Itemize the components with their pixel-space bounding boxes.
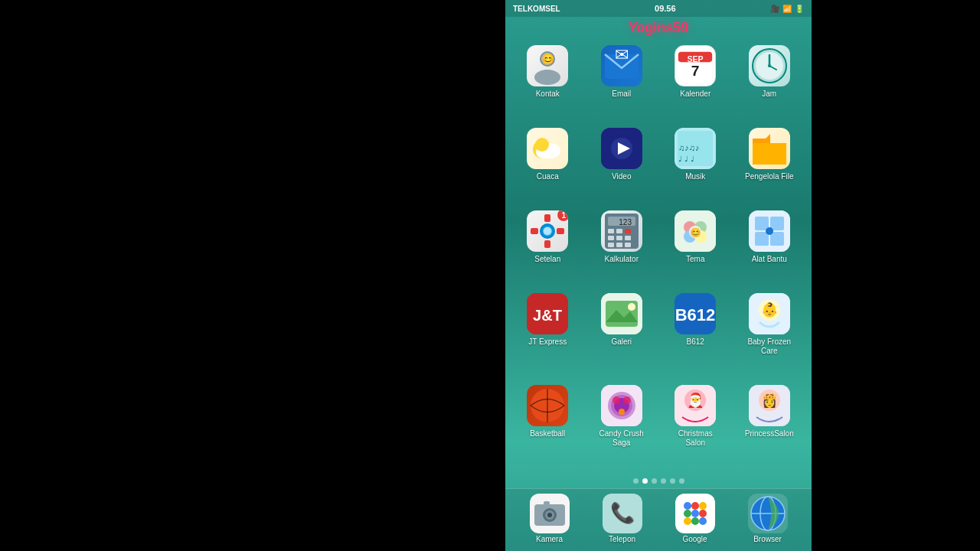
basketball-icon (527, 385, 568, 426)
tema-icon-wrap: 😊 (675, 210, 716, 252)
svg-rect-95 (544, 501, 550, 505)
cuaca-icon-wrap (527, 128, 568, 169)
candy-icon-wrap (601, 385, 642, 426)
jt-icon: J&T (527, 293, 568, 334)
app-galeri[interactable]: Galeri (586, 289, 658, 379)
svg-rect-44 (608, 236, 614, 240)
jam-icon (749, 45, 790, 86)
dock-browser[interactable]: Browser (748, 494, 788, 543)
kalender-icon-wrap: SEP 7 (675, 45, 716, 86)
app-email[interactable]: ✉ Email (586, 41, 658, 122)
telepon-dock-icon: 📞 (603, 494, 642, 533)
baby-label: Baby Frozen Care (743, 337, 796, 356)
svg-rect-43 (625, 229, 631, 233)
app-tema[interactable]: 😊 Tema (659, 206, 732, 287)
basketball-label: Basketball (530, 429, 565, 439)
app-video[interactable]: Video (586, 123, 658, 204)
video-icon-wrap (601, 128, 642, 169)
setelan-label: Setelan (534, 255, 560, 264)
app-princess[interactable]: 👸 PrincessSalon (733, 380, 806, 471)
svg-text:B612: B612 (675, 305, 716, 324)
dot-5[interactable] (679, 478, 684, 484)
christmas-icon-wrap: 🎅 (675, 385, 716, 426)
kamera-svg (530, 494, 570, 533)
dock-telepon[interactable]: 📞 Telepon (603, 494, 642, 543)
dot-0[interactable] (633, 478, 639, 484)
app-b612[interactable]: B612 B612 (659, 289, 732, 379)
app-grid: 😊 Kontak ✉ Email (505, 37, 812, 474)
email-icon-wrap: ✉ (601, 45, 642, 86)
svg-point-104 (699, 510, 707, 517)
app-kontak[interactable]: 😊 Kontak (511, 41, 584, 122)
musik-icon-wrap: ♫♪♫♪ ♩ ♩ ♩ (675, 128, 716, 169)
svg-point-62 (766, 227, 773, 235)
candy-label: Candy Crush Saga (595, 429, 648, 448)
dot-3[interactable] (661, 478, 666, 484)
svg-point-103 (691, 510, 699, 517)
kalender-label: Kalender (680, 90, 710, 99)
christmas-label: Christmas Salon (668, 429, 722, 448)
baby-icon: 👶 (749, 293, 790, 334)
app-candy[interactable]: Candy Crush Saga (586, 380, 658, 471)
svg-point-81 (612, 396, 620, 404)
pengelola-label: Pengelola File (745, 172, 793, 181)
musik-icon: ♫♪♫♪ ♩ ♩ ♩ (675, 128, 716, 169)
kamera-dock-icon (530, 494, 570, 533)
signal-icon: 📶 (782, 5, 792, 13)
dot-1[interactable] (642, 478, 648, 484)
app-kalender[interactable]: SEP 7 Kalender (659, 41, 732, 122)
svg-point-102 (684, 510, 691, 517)
jt-icon-wrap: J&T (527, 293, 568, 334)
svg-text:✉: ✉ (615, 45, 629, 64)
dock-google[interactable]: Google (675, 494, 715, 543)
svg-text:😊: 😊 (541, 53, 555, 66)
svg-text:♩ ♩ ♩: ♩ ♩ ♩ (678, 155, 694, 163)
app-musik[interactable]: ♫♪♫♪ ♩ ♩ ♩ Musik (659, 123, 732, 204)
app-alat[interactable]: Alat Bantu (733, 206, 806, 287)
telepon-svg: 📞 (603, 494, 642, 533)
app-kalkulator[interactable]: 123 Kalkulator (586, 206, 658, 287)
google-dock-icon (675, 494, 715, 533)
alat-label: Alat Bantu (752, 255, 787, 264)
app-jam[interactable]: Jam (733, 41, 806, 122)
svg-rect-33 (544, 240, 550, 248)
b612-icon: B612 (675, 293, 716, 334)
kontak-label: Kontak (536, 90, 560, 99)
princess-icon: 👸 (749, 385, 790, 426)
dot-4[interactable] (670, 478, 675, 484)
galeri-icon-wrap (601, 293, 642, 334)
svg-text:J&T: J&T (533, 307, 562, 324)
svg-marker-28 (753, 134, 770, 143)
svg-text:😊: 😊 (690, 227, 701, 238)
svg-rect-48 (616, 243, 622, 247)
princess-label: PrincessSalon (745, 429, 794, 439)
svg-rect-49 (625, 243, 631, 247)
kalkulator-icon: 123 (601, 210, 642, 252)
dock-kamera[interactable]: Kamera (530, 494, 570, 543)
app-jt[interactable]: J&T JT Express (511, 289, 584, 379)
tema-icon: 😊 (675, 210, 716, 252)
svg-point-19 (535, 138, 549, 152)
app-basketball[interactable]: Basketball (511, 380, 584, 471)
dot-2[interactable] (652, 478, 657, 484)
phone-screen: TELKOMSEL 09.56 🎥 📶 🔋 Yogins59 😊 Kontak (505, 0, 812, 551)
app-pengelola[interactable]: Pengelola File (733, 123, 806, 204)
kontak-icon-wrap: 😊 (527, 45, 568, 86)
video-icon (601, 128, 642, 169)
app-cuaca[interactable]: Cuaca (511, 123, 584, 204)
pengelola-icon-wrap (749, 128, 790, 169)
kontak-icon: 😊 (527, 45, 568, 86)
svg-point-107 (699, 517, 707, 525)
svg-rect-61 (770, 232, 784, 246)
channel-title: Yogins59 (505, 17, 812, 37)
svg-point-83 (619, 409, 625, 415)
svg-point-1 (534, 70, 560, 85)
app-baby[interactable]: 👶 Baby Frozen Care (733, 289, 806, 379)
svg-rect-42 (616, 229, 622, 233)
app-setelan[interactable]: 1 Setelan (511, 206, 584, 287)
app-christmas[interactable]: 🎅 Christmas Salon (659, 380, 732, 471)
jam-label: Jam (762, 90, 776, 99)
svg-text:♫♪♫♪: ♫♪♫♪ (678, 143, 700, 152)
battery-icon: 🔋 (795, 5, 804, 13)
svg-rect-34 (531, 228, 538, 234)
